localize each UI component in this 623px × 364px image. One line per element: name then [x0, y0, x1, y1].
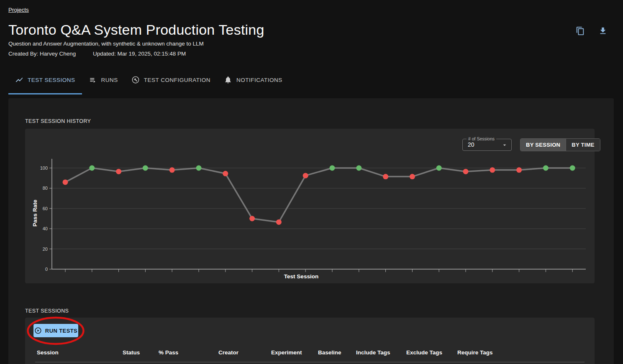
sessions-table-panel: RUN TESTS SessionStatus% PassCreatorExpe… [25, 318, 595, 364]
chart-point-fail[interactable] [516, 167, 522, 173]
run-tests-button[interactable]: RUN TESTS [33, 324, 78, 337]
column-header-status: Status [123, 349, 140, 356]
chart-point-fail[interactable] [116, 169, 121, 174]
breadcrumb-projects[interactable]: Projects [8, 7, 29, 13]
tab-bar: TEST SESSIONSRUNSTEST CONFIGURATIONNOTIF… [8, 70, 289, 94]
created-by-text: Created By: Harvey Cheng [8, 51, 76, 57]
view-toggle-group: BY SESSIONBY TIME [520, 138, 600, 151]
tab-label: TEST SESSIONS [28, 77, 75, 83]
tab-test-configuration[interactable]: TEST CONFIGURATION [125, 70, 217, 89]
line-chart-icon [15, 76, 23, 84]
history-chart: 020406080100Pass RateTest Session [25, 129, 595, 283]
tab-label: TEST CONFIGURATION [144, 77, 210, 83]
toggle-by-session[interactable]: BY SESSION [520, 139, 566, 151]
column-header-creator: Creator [218, 349, 238, 356]
history-section-label: TEST SESSION HISTORY [25, 118, 91, 124]
main-panel: TEST SESSION HISTORY 020406080100Pass Ra… [8, 98, 614, 364]
page: Projects Toronto Q&A System Production T… [0, 0, 623, 364]
column-header-require-tags: Require Tags [457, 349, 493, 356]
sessions-count-select-value: 20 [468, 141, 474, 148]
sessions-section-label: TEST SESSIONS [25, 308, 69, 314]
run-tests-label: RUN TESTS [45, 328, 77, 334]
y-tick-label: 60 [43, 206, 48, 211]
chart-point-fail[interactable] [249, 216, 255, 221]
chart-point-fail[interactable] [169, 167, 175, 173]
y-tick-label: 40 [43, 226, 48, 231]
chart-point-fail[interactable] [276, 219, 282, 225]
column-header-include-tags: Include Tags [356, 349, 390, 356]
copy-button[interactable] [576, 26, 585, 36]
tab-notifications[interactable]: NOTIFICATIONS [217, 70, 289, 89]
chart-point-pass[interactable] [330, 165, 335, 171]
chart-point-fail[interactable] [63, 179, 68, 185]
chart-point-fail[interactable] [463, 169, 469, 174]
chart-point-fail[interactable] [303, 173, 308, 178]
build-circle-icon [131, 76, 140, 84]
download-button[interactable] [598, 26, 608, 36]
y-tick-label: 100 [40, 165, 48, 171]
sessions-count-select[interactable]: # of Sessions 20 [462, 139, 512, 151]
chart-point-pass[interactable] [543, 165, 549, 171]
column-header-session: Session [37, 349, 59, 356]
chart-point-pass[interactable] [356, 165, 361, 171]
y-axis-label: Pass Rate [32, 199, 38, 227]
y-tick-label: 80 [43, 186, 48, 191]
play-circle-icon [34, 327, 42, 334]
updated-text: Updated: Mar 19, 2025, 02:15:48 PM [93, 51, 186, 57]
chart-point-pass[interactable] [143, 165, 148, 171]
chart-point-fail[interactable] [383, 174, 388, 179]
chart-point-fail[interactable] [410, 174, 415, 179]
tab-runs[interactable]: RUNS [82, 70, 125, 89]
chart-point-pass[interactable] [436, 165, 442, 171]
chart-point-fail[interactable] [490, 167, 495, 173]
column-header-experiment: Experiment [271, 349, 302, 356]
chart-point-fail[interactable] [223, 171, 228, 176]
active-tab-indicator [8, 93, 82, 94]
y-tick-label: 0 [45, 267, 48, 272]
chart-point-pass[interactable] [196, 165, 202, 171]
playlist-play-icon [89, 76, 97, 84]
chevron-down-icon [501, 142, 508, 148]
tab-label: RUNS [101, 77, 118, 83]
pass-rate-line [65, 168, 572, 222]
y-tick-label: 20 [43, 247, 48, 252]
chart-point-pass[interactable] [570, 165, 575, 171]
column-header-baseline: Baseline [318, 349, 341, 356]
column-header-exclude-tags: Exclude Tags [406, 349, 442, 356]
page-title: Toronto Q&A System Production Testing [8, 22, 264, 38]
chart-panel: 020406080100Pass RateTest Session # of S… [25, 129, 595, 283]
tab-label: NOTIFICATIONS [236, 77, 282, 83]
page-subtitle: Question and Answer Augmentation, with s… [8, 41, 204, 47]
tab-test-sessions[interactable]: TEST SESSIONS [8, 70, 82, 89]
column-header--pass: % Pass [159, 349, 178, 356]
sessions-count-select-label: # of Sessions [467, 136, 496, 141]
chart-point-pass[interactable] [89, 165, 95, 171]
table-header-row: SessionStatus% PassCreatorExperimentBase… [25, 349, 595, 358]
table-header-divider [35, 362, 585, 362]
x-axis-label: Test Session [284, 273, 318, 280]
toggle-by-time[interactable]: BY TIME [566, 139, 600, 151]
bell-icon [224, 76, 232, 84]
